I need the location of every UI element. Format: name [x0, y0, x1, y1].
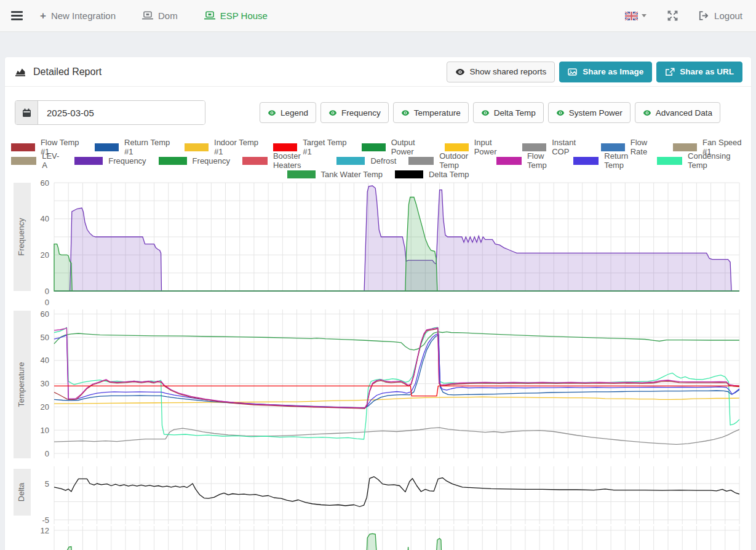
- eye-icon: [328, 110, 337, 116]
- top-navbar: + New Integration Dom ESP House: [0, 0, 756, 32]
- legend-item: Booster Heaters: [242, 151, 324, 170]
- eye-icon: [401, 110, 410, 116]
- temperature-tick: 30: [41, 379, 49, 388]
- share-as-url-label: Share as URL: [680, 67, 734, 76]
- image-icon: [568, 68, 578, 76]
- power-tick: 12: [41, 526, 49, 535]
- temperature-tick: 60: [41, 309, 49, 319]
- legend-swatch: [496, 157, 522, 165]
- page-title: Detailed Report: [15, 66, 101, 78]
- toggle-advanced-data[interactable]: Advanced Data: [635, 102, 720, 123]
- chevron-down-icon: [642, 14, 647, 17]
- frequency-tick: 60: [41, 178, 49, 188]
- legend-swatch: [11, 157, 36, 165]
- legend-row: LEV-AFrequencyFrequencyBooster HeatersDe…: [5, 154, 751, 167]
- legend-swatch: [673, 143, 697, 151]
- legend-swatch: [573, 157, 599, 165]
- nav-device-dom[interactable]: Dom: [142, 10, 178, 21]
- legend-swatch: [362, 143, 386, 151]
- legend-item: Return Temp #1: [95, 138, 172, 156]
- menu-icon[interactable]: [11, 9, 23, 23]
- legend-swatch: [74, 157, 103, 165]
- calendar-icon[interactable]: [15, 101, 38, 124]
- toggle-legend[interactable]: Legend: [260, 102, 316, 123]
- toggle-temperature[interactable]: Temperature: [393, 102, 469, 123]
- nav-device-dom-label: Dom: [158, 10, 178, 21]
- legend-swatch: [395, 170, 423, 178]
- date-input[interactable]: [38, 101, 205, 124]
- delta-axis-title: Delta: [17, 482, 26, 501]
- report-controls: LegendFrequencyTemperatureDelta TempSyst…: [15, 100, 720, 125]
- area-chart-icon: [15, 67, 26, 77]
- temperature-chart: Temperature6050403020100: [14, 309, 739, 458]
- legend-item: LEV-A: [11, 151, 62, 170]
- legend-item: Condensing Temp: [657, 151, 745, 170]
- temperature-tick: 0: [45, 449, 49, 458]
- frequency-tick: 0: [45, 287, 49, 296]
- eye-icon: [556, 110, 565, 116]
- legend-item: Outdoor Temp: [408, 151, 484, 170]
- share-as-image-button[interactable]: Share as Image: [559, 62, 652, 82]
- temperature-tick: 20: [41, 402, 49, 412]
- legend-item: Return Temp: [573, 151, 645, 170]
- fullscreen-icon[interactable]: [667, 10, 678, 21]
- legend-swatch: [185, 143, 209, 151]
- nav-logout[interactable]: Logout: [699, 10, 742, 21]
- date-picker[interactable]: [15, 100, 205, 125]
- toggle-frequency[interactable]: Frequency: [320, 102, 389, 123]
- toggle-system-power[interactable]: System Power: [548, 102, 631, 123]
- legend-swatch: [445, 143, 469, 151]
- share-icon: [665, 68, 675, 76]
- legend-swatch: [601, 143, 625, 151]
- frequency-chart: Frequency60402000: [14, 178, 739, 307]
- power-chart: 12: [41, 526, 739, 550]
- legend-item: Tank Water Temp: [287, 170, 383, 179]
- visibility-toggles: LegendFrequencyTemperatureDelta TempSyst…: [260, 102, 720, 123]
- eye-icon: [643, 110, 651, 116]
- nav-new-integration[interactable]: + New Integration: [40, 10, 116, 21]
- temperature-tick: 40: [41, 356, 49, 365]
- frequency-tick: 20: [41, 250, 49, 260]
- show-shared-reports-label: Show shared reports: [470, 67, 547, 76]
- laptop-icon: [204, 11, 215, 20]
- legend-item: Frequency: [159, 156, 230, 165]
- legend-swatch: [95, 143, 119, 151]
- nav-device-esp-house[interactable]: ESP House: [204, 10, 268, 21]
- legend-swatch: [287, 170, 316, 178]
- charts-area: Frequency60402000Temperature605040302010…: [0, 178, 756, 550]
- share-as-image-label: Share as Image: [583, 67, 643, 76]
- legend-swatch: [657, 157, 682, 165]
- language-selector[interactable]: [625, 12, 647, 20]
- nav-logout-label: Logout: [714, 10, 742, 21]
- legend-item: Flow Temp: [496, 151, 561, 170]
- legend-swatch: [11, 143, 35, 151]
- eye-icon: [455, 68, 465, 76]
- delta-tick: -5: [42, 516, 49, 525]
- legend-item: Delta Temp: [395, 170, 469, 179]
- legend-swatch: [408, 157, 434, 165]
- legend-item: Frequency: [74, 156, 146, 165]
- legend-item: Defrost: [336, 156, 396, 165]
- laptop-icon: [142, 11, 153, 20]
- temperature-tick: 10: [41, 426, 49, 435]
- eye-icon: [268, 110, 276, 116]
- toggle-delta-temp[interactable]: Delta Temp: [473, 102, 544, 123]
- legend-swatch: [242, 157, 268, 165]
- uk-flag-icon: [625, 12, 638, 20]
- panel-header: Detailed Report Show shared reports Shar…: [5, 57, 751, 87]
- frequency-tick: 40: [41, 214, 49, 223]
- chart-legend: Flow Temp #1Return Temp #1Indoor Temp #1…: [5, 140, 751, 181]
- eye-icon: [481, 110, 490, 116]
- delta-chart: Delta5-5: [14, 466, 739, 525]
- nav-device-esp-house-label: ESP House: [220, 10, 268, 21]
- temperature-axis-title: Temperature: [17, 362, 26, 407]
- show-shared-reports-button[interactable]: Show shared reports: [447, 62, 555, 82]
- legend-swatch: [273, 143, 297, 151]
- legend-swatch: [336, 157, 365, 165]
- share-as-url-button[interactable]: Share as URL: [656, 62, 742, 82]
- frequency-axis-title: Frequency: [17, 218, 26, 256]
- page-title-label: Detailed Report: [33, 66, 101, 78]
- plus-icon: +: [40, 10, 46, 21]
- legend-swatch: [159, 157, 187, 165]
- temperature-tick: 50: [41, 333, 49, 342]
